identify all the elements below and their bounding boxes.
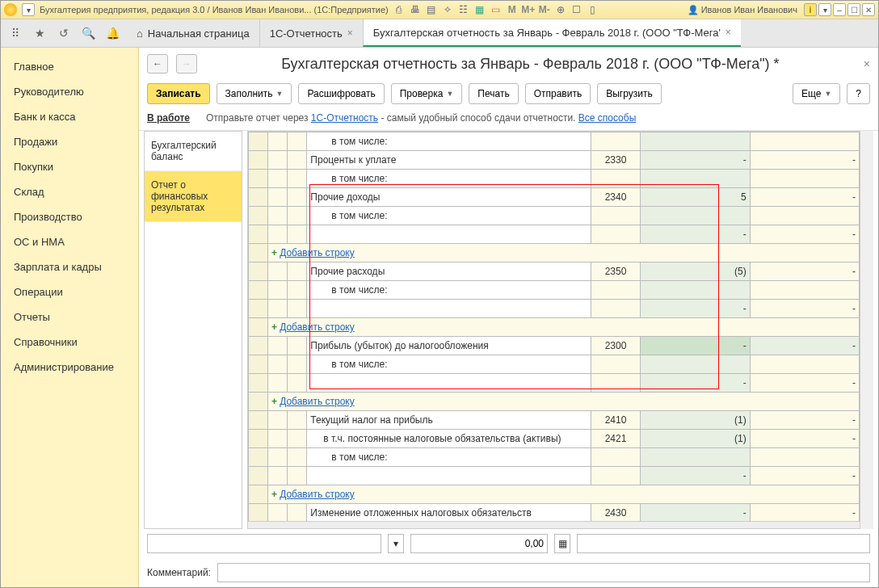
cell[interactable]: Прочие расходы: [307, 262, 591, 281]
link-all-methods[interactable]: Все способы: [578, 112, 637, 124]
grid-icon[interactable]: ▦: [474, 4, 486, 15]
cell[interactable]: 2330: [591, 151, 641, 170]
numeric-input[interactable]: [410, 534, 548, 553]
zoom-icon[interactable]: ⊕: [555, 4, 566, 15]
cell[interactable]: -: [641, 337, 750, 355]
print-button[interactable]: Печать: [469, 83, 518, 104]
combo-dd-icon[interactable]: ▾: [388, 534, 404, 553]
printer-icon[interactable]: 🖶: [410, 4, 421, 15]
cell[interactable]: в том числе:: [307, 170, 591, 188]
combo-input[interactable]: [147, 534, 381, 553]
more-button[interactable]: Еще▼: [793, 83, 840, 104]
cell[interactable]: -: [750, 430, 859, 448]
tab-home[interactable]: ⌂ Начальная страница: [127, 19, 259, 47]
nav-item[interactable]: Производство: [1, 204, 138, 229]
m-minus-icon[interactable]: M-: [539, 4, 550, 15]
v-scrollbar[interactable]: [860, 131, 873, 529]
cell[interactable]: -: [641, 300, 750, 318]
maximize-button[interactable]: ☐: [847, 3, 860, 16]
calendar-icon[interactable]: ▭: [490, 4, 502, 15]
cell[interactable]: -: [641, 504, 750, 523]
history-icon[interactable]: ↺: [57, 27, 70, 40]
close-icon[interactable]: ×: [725, 27, 731, 38]
m-icon[interactable]: M: [507, 4, 518, 15]
apps-icon[interactable]: ⠿: [9, 27, 22, 40]
cell[interactable]: в том числе:: [307, 281, 591, 300]
cell[interactable]: в том числе:: [307, 448, 591, 467]
section-fin-results[interactable]: Отчет о финансовых результатах: [145, 171, 242, 222]
compare-icon[interactable]: ☷: [458, 4, 469, 15]
cell[interactable]: в том числе:: [307, 132, 591, 151]
nav-item[interactable]: Справочники: [1, 330, 138, 355]
cell[interactable]: в том числе:: [307, 355, 591, 374]
close-icon[interactable]: ×: [347, 27, 353, 39]
cell[interactable]: -: [641, 151, 750, 170]
cell[interactable]: Текущий налог на прибыль: [307, 411, 591, 430]
bell-icon[interactable]: 🔔: [106, 27, 119, 40]
m-plus-icon[interactable]: M+: [523, 4, 534, 15]
cell[interactable]: -: [750, 467, 859, 485]
minimize-button[interactable]: –: [833, 3, 846, 16]
link-1c[interactable]: 1С-Отчетность: [311, 112, 378, 124]
nav-item[interactable]: Покупки: [1, 154, 138, 179]
cell[interactable]: Проценты к уплате: [307, 151, 591, 170]
cell[interactable]: -: [750, 411, 859, 430]
user-block[interactable]: 👤 Иванов Иван Иванович: [688, 5, 802, 15]
cell[interactable]: -: [750, 225, 859, 244]
cell[interactable]: (1): [641, 411, 750, 430]
cell[interactable]: в т.ч. постоянные налоговые обязательств…: [307, 430, 591, 448]
nav-item[interactable]: Отчеты: [1, 304, 138, 330]
info-icon[interactable]: i: [804, 3, 817, 16]
cell[interactable]: 2350: [591, 262, 641, 281]
cell[interactable]: 5: [641, 188, 750, 207]
add-row-link[interactable]: Добавить строку: [280, 489, 355, 500]
cell[interactable]: -: [750, 188, 859, 207]
panel-icon[interactable]: ☐: [571, 4, 582, 15]
nav-item[interactable]: Руководителю: [1, 79, 138, 104]
cell[interactable]: -: [750, 374, 859, 393]
save-icon[interactable]: ▤: [426, 4, 437, 15]
fill-button[interactable]: Заполнить▼: [217, 83, 292, 104]
add-row-link[interactable]: Добавить строку: [280, 396, 355, 407]
nav-item[interactable]: Главное: [1, 54, 138, 79]
export-button[interactable]: Выгрузить: [597, 83, 662, 104]
comment-input[interactable]: [217, 563, 870, 582]
cell[interactable]: (5): [641, 262, 750, 281]
send-button[interactable]: Отправить: [525, 83, 591, 104]
cell[interactable]: Прочие доходы: [307, 188, 591, 207]
cell[interactable]: 2340: [591, 188, 641, 207]
save-button[interactable]: Записать: [147, 83, 210, 104]
cell[interactable]: -: [750, 151, 859, 170]
clipboard-icon[interactable]: ✧: [442, 4, 453, 15]
nav-item[interactable]: Операции: [1, 279, 138, 304]
cell[interactable]: -: [750, 300, 859, 318]
cell[interactable]: в том числе:: [307, 207, 591, 225]
cell[interactable]: Изменение отложенных налоговых обязатель…: [307, 504, 591, 523]
nav-item[interactable]: ОС и НМА: [1, 229, 138, 254]
add-row-link[interactable]: Добавить строку: [280, 321, 355, 333]
cell[interactable]: -: [750, 337, 859, 355]
add-row-link[interactable]: Добавить строку: [280, 247, 355, 258]
report-grid[interactable]: в том числе: Проценты к уплате2330-- в т…: [247, 131, 860, 522]
nav-item[interactable]: Продажи: [1, 129, 138, 154]
check-button[interactable]: Проверка▼: [391, 83, 463, 104]
title-dropdown-icon[interactable]: ▾: [22, 3, 35, 16]
print-icon[interactable]: ⎙: [393, 4, 405, 15]
cell[interactable]: 2410: [591, 411, 641, 430]
page-close-button[interactable]: ×: [864, 57, 870, 70]
cell[interactable]: -: [750, 262, 859, 281]
aux-input[interactable]: [577, 534, 870, 553]
section-balance[interactable]: Бухгалтерский баланс: [145, 132, 242, 171]
cell[interactable]: -: [641, 467, 750, 485]
cell[interactable]: Прибыль (убыток) до налогообложения: [307, 337, 591, 355]
status-label[interactable]: В работе: [147, 112, 190, 124]
help-button[interactable]: ?: [847, 83, 870, 104]
back-button[interactable]: ←: [147, 54, 168, 74]
decode-button[interactable]: Расшифровать: [298, 83, 384, 104]
nav-item[interactable]: Склад: [1, 179, 138, 204]
tab-reporting[interactable]: 1С-Отчетность ×: [259, 19, 363, 47]
cell[interactable]: -: [641, 225, 750, 244]
search-icon[interactable]: 🔍: [82, 27, 95, 40]
db-icon[interactable]: ▯: [587, 4, 599, 15]
forward-button[interactable]: →: [176, 54, 197, 74]
